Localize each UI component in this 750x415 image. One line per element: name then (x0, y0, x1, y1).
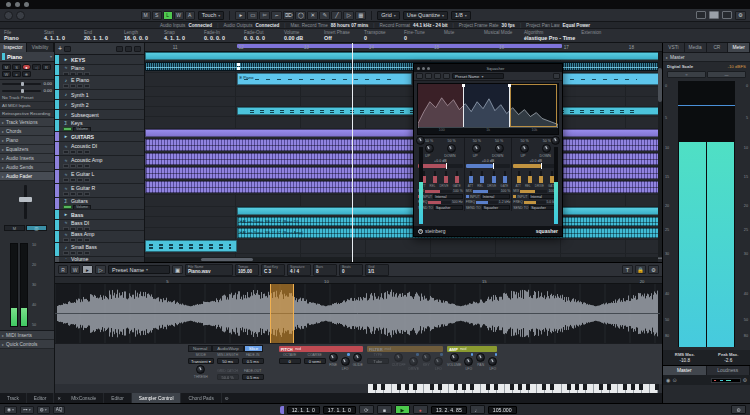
drive-knob[interactable] (409, 357, 418, 366)
param-slider[interactable] (470, 171, 472, 183)
record-enable-button[interactable] (77, 84, 83, 88)
edit-channel-button[interactable]: e (12, 71, 21, 77)
track-row-small-bass[interactable]: ♪Small Bass (55, 243, 144, 257)
snap-grid-dropdown[interactable]: Grid▾ (377, 11, 399, 20)
freq-slider[interactable] (524, 201, 546, 204)
tab-chord-pads-5[interactable]: Chord Pads (181, 393, 221, 403)
mute-button[interactable] (63, 178, 69, 182)
solo-button[interactable] (70, 192, 76, 196)
range-selection-tool[interactable]: ▭ (247, 11, 258, 20)
mute-tool[interactable]: ✕ (307, 11, 318, 20)
black-key[interactable] (599, 384, 603, 390)
tab-slice[interactable]: Slice (244, 345, 264, 352)
fade-out-value[interactable]: 0.5 ms (242, 374, 264, 380)
black-key[interactable] (486, 384, 490, 390)
cutoff-knob[interactable] (394, 353, 403, 362)
black-key[interactable] (526, 384, 530, 390)
info-fade-in[interactable]: Fade-In0. 0. 0. 0 (204, 30, 238, 41)
track-row-keys[interactable]: ▸KEYS (55, 55, 144, 65)
solo-button[interactable]: S (12, 64, 21, 70)
volume-parameter-box[interactable]: Volume (73, 205, 91, 210)
plugin-ab-icon[interactable] (443, 73, 450, 79)
monitor-button[interactable] (84, 150, 90, 154)
tab-meter[interactable]: Meter (728, 43, 750, 52)
solo-button[interactable] (70, 178, 76, 182)
fader-mute-button[interactable]: M (4, 225, 25, 231)
sample-waveform-display[interactable] (55, 284, 662, 343)
strip-gear-icon[interactable]: ⚙ (743, 377, 747, 383)
mix-slider[interactable] (473, 190, 500, 193)
tab-audiowarp[interactable]: AudioWarp (212, 345, 244, 352)
inspector-section-audio-inserts[interactable]: ▸Audio Inserts (0, 154, 54, 163)
monitor-button[interactable] (84, 164, 90, 168)
record-enable-button[interactable] (77, 251, 83, 255)
black-key[interactable] (430, 384, 434, 390)
l-state-button[interactable]: L (163, 11, 173, 20)
spectrum-display[interactable]: 1001k10k (417, 83, 559, 135)
event-handle[interactable] (237, 63, 240, 66)
black-key[interactable] (623, 384, 627, 390)
project-cursor[interactable] (352, 43, 353, 262)
tab-cr[interactable]: CR (707, 43, 729, 52)
object-selection-tool[interactable]: ▸ (235, 11, 246, 20)
read-automation-button[interactable]: R (42, 64, 51, 70)
pan-slider[interactable] (2, 90, 41, 92)
master-section-header[interactable]: ▸Master (663, 53, 750, 62)
mute-button[interactable] (63, 238, 69, 242)
zoom-tool[interactable]: ◯ (295, 11, 306, 20)
track-row-e-guitar-l[interactable]: ≈E Guitar L (55, 170, 144, 184)
color-tool[interactable]: ▦ (355, 11, 366, 20)
transport-gear-icon[interactable]: ⚙ (731, 405, 746, 414)
volume-knob[interactable] (450, 353, 459, 362)
event-e-piano[interactable]: E Piano (237, 73, 413, 85)
plugin-zoom-icon[interactable] (427, 67, 430, 70)
automation-mode-dropdown[interactable]: Touch▾ (198, 11, 225, 20)
tempo-display[interactable]: 105.000 (488, 406, 517, 414)
selected-slice-highlight[interactable] (270, 284, 294, 343)
inspector-section-equalizers[interactable]: ▸Equalizers (0, 145, 54, 154)
black-key[interactable] (462, 384, 466, 390)
sampler-ruler[interactable]: 5101520 (55, 277, 662, 284)
black-key[interactable] (575, 384, 579, 390)
inspector-section-audio-fader[interactable]: ▸Audio Fader (0, 172, 54, 181)
record-enable-button[interactable] (77, 238, 83, 242)
mute-button[interactable] (63, 164, 69, 168)
black-key[interactable] (470, 384, 474, 390)
left-zone-toggle[interactable] (696, 11, 706, 19)
draw-tool[interactable]: ✎ (319, 11, 330, 20)
meter-hold-button[interactable]: — (707, 71, 746, 78)
field-grid[interactable]: Grid1/1 (365, 264, 389, 276)
info-volume[interactable]: Volume0.00 dB (284, 30, 318, 41)
track-row-synth-1[interactable]: ♪Synth 1 (55, 90, 144, 100)
param-slider[interactable] (434, 171, 436, 183)
param-slider[interactable] (504, 171, 506, 183)
track-row-subsequent[interactable]: ♪Subsequent (55, 110, 144, 120)
track-row-guitars[interactable]: ∑GuitarsVolume (55, 198, 144, 210)
event-folder[interactable] (145, 129, 662, 137)
sc-input-dropdown[interactable]: Internal (481, 194, 510, 199)
selection-tool-icon[interactable]: ▸ (82, 265, 93, 274)
inspector-section-midi-inserts[interactable]: ▸MIDI Inserts (0, 331, 54, 340)
param-slider[interactable] (445, 171, 447, 183)
crossover-handle-low-mid[interactable] (462, 84, 465, 87)
lfo-knob[interactable] (341, 357, 350, 366)
param-slider[interactable] (518, 171, 520, 183)
info-snap[interactable]: Snap4. 1. 1. 0 (164, 30, 198, 41)
record-mode-dropdown[interactable]: ◉▾ (4, 406, 17, 414)
solo-button[interactable] (70, 84, 76, 88)
inspector-section-quick-controls[interactable]: ▸Quick Controls (0, 340, 54, 349)
mod-enable-dot[interactable] (347, 353, 350, 356)
high-band-zone[interactable] (510, 84, 557, 127)
plugin-minimize-icon[interactable] (422, 67, 425, 70)
sc-input-dropdown[interactable]: Internal (433, 194, 462, 199)
event-instrument[interactable] (145, 240, 237, 252)
info-musical-mode[interactable]: Musical Mode (484, 30, 518, 41)
min-length-value[interactable]: 50 ms (217, 358, 239, 364)
monitor-button[interactable] (84, 227, 90, 231)
tab-bar-gear-icon[interactable]: ⚙ (222, 393, 232, 403)
info-length[interactable]: Length16. 0. 0. 0 (124, 30, 158, 41)
record-button[interactable]: ● (413, 405, 428, 414)
maximize-window-icon[interactable] (24, 2, 29, 7)
key-knob[interactable] (422, 353, 431, 362)
mode-dropdown[interactable]: Transient ▾ (188, 358, 214, 364)
